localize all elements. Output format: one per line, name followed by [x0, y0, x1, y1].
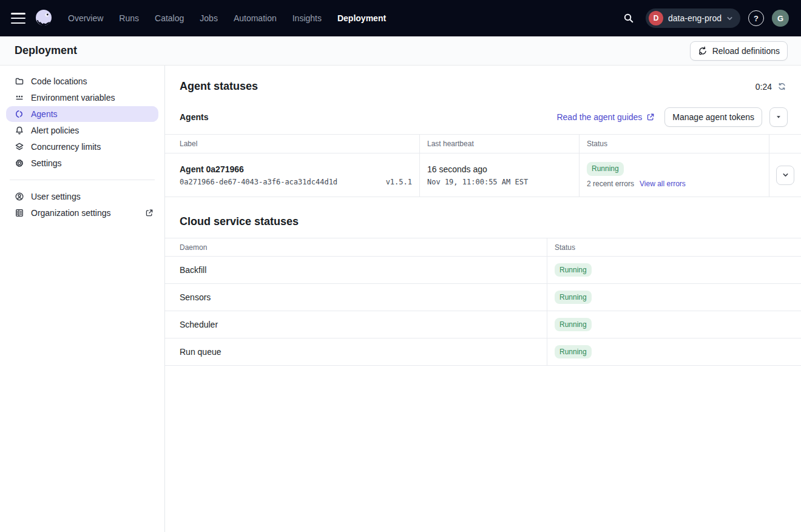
- folder-icon: [15, 76, 24, 86]
- organization-icon: [15, 208, 24, 218]
- layers-icon: [15, 142, 24, 152]
- sidebar-item-label: Settings: [31, 158, 62, 168]
- agent-id: 0a271966-de67-4043-a3f6-aca31dc44d1d: [180, 178, 337, 186]
- heartbeat-timestamp: Nov 19, 11:00:55 AM EST: [427, 178, 579, 186]
- chevron-down-icon: [782, 172, 789, 178]
- gear-icon: [15, 158, 24, 168]
- column-header-daemon: Daemon: [165, 238, 547, 256]
- heartbeat-relative: 16 seconds ago: [427, 164, 579, 174]
- agent-row: Agent 0a271966 0a271966-de67-4043-a3f6-a…: [165, 153, 801, 197]
- guides-link-label: Read the agent guides: [556, 112, 642, 122]
- agent-statuses-title: Agent statuses: [180, 80, 258, 93]
- reload-icon: [698, 46, 708, 56]
- page-header: Deployment Reload definitions: [0, 36, 801, 66]
- manage-agent-tokens-button[interactable]: Manage agent tokens: [664, 107, 762, 127]
- caret-down-icon: [776, 114, 782, 120]
- nav-item-jobs[interactable]: Jobs: [200, 13, 218, 23]
- cloud-table-header: Daemon Status: [165, 238, 801, 257]
- dagster-logo[interactable]: [33, 7, 55, 29]
- top-nav: Overview Runs Catalog Jobs Automation In…: [0, 0, 801, 36]
- cloud-services-table: Daemon Status Backfill Running Sensors R…: [165, 238, 801, 366]
- avatar-initial: G: [777, 14, 783, 23]
- sidebar-item-label: User settings: [31, 192, 81, 201]
- sidebar-item-alert-policies[interactable]: Alert policies: [6, 123, 158, 138]
- variables-icon: [15, 93, 24, 103]
- help-button[interactable]: ?: [748, 10, 764, 26]
- daemon-name: Backfill: [165, 257, 547, 283]
- sidebar-item-label: Organization settings: [31, 208, 111, 218]
- nav-item-insights[interactable]: Insights: [292, 13, 322, 23]
- daemon-row-scheduler: Scheduler Running: [165, 311, 801, 338]
- status-badge: Running: [587, 162, 624, 175]
- page-title: Deployment: [15, 44, 77, 57]
- refresh-countdown: 0:24: [755, 82, 772, 92]
- chevron-down-icon: [726, 15, 733, 22]
- recent-errors-text: 2 recent errors: [587, 180, 634, 188]
- external-link-icon: [646, 113, 655, 121]
- octopus-logo-icon: [33, 7, 55, 29]
- main-content: Agent statuses 0:24 Agents Read the agen…: [165, 66, 801, 532]
- manage-agent-tokens-label: Manage agent tokens: [672, 112, 754, 122]
- sidebar-item-label: Environment variables: [31, 93, 115, 103]
- sidebar-item-label: Alert policies: [31, 126, 79, 135]
- agent-row-expand-button[interactable]: [776, 166, 794, 185]
- nav-item-runs[interactable]: Runs: [119, 13, 139, 23]
- status-badge: Running: [555, 318, 592, 331]
- main-nav: Overview Runs Catalog Jobs Automation In…: [68, 13, 386, 23]
- sidebar-item-agents[interactable]: Agents: [6, 106, 158, 122]
- refresh-icon[interactable]: [777, 82, 786, 91]
- reload-definitions-label: Reload definitions: [712, 46, 780, 56]
- agent-name: Agent 0a271966: [180, 164, 419, 174]
- sidebar-item-label: Agents: [31, 109, 58, 119]
- nav-item-catalog[interactable]: Catalog: [155, 13, 184, 23]
- refresh-timer: 0:24: [755, 82, 786, 92]
- agents-more-actions-button[interactable]: [769, 107, 788, 127]
- nav-item-deployment[interactable]: Deployment: [337, 13, 386, 23]
- column-header-heartbeat: Last heartbeat: [420, 135, 580, 153]
- nav-item-overview[interactable]: Overview: [68, 13, 103, 23]
- daemon-row-sensors: Sensors Running: [165, 284, 801, 311]
- sidebar-divider: [10, 180, 155, 180]
- column-header-label: Label: [165, 135, 420, 153]
- agent-version: v1.5.1: [386, 178, 412, 186]
- deployment-initial-badge: D: [649, 11, 663, 25]
- sidebar-item-organization-settings[interactable]: Organization settings: [6, 205, 158, 221]
- user-avatar[interactable]: G: [772, 10, 789, 27]
- view-all-errors-link[interactable]: View all errors: [640, 180, 686, 188]
- daemon-name: Scheduler: [165, 311, 547, 338]
- sidebar-item-settings[interactable]: Settings: [6, 155, 158, 171]
- agents-table-header: Label Last heartbeat Status: [165, 135, 801, 153]
- deployment-switcher[interactable]: D data-eng-prod: [646, 8, 740, 28]
- external-link-icon: [145, 209, 154, 217]
- column-header-status: Status: [547, 238, 801, 256]
- sidebar-item-concurrency-limits[interactable]: Concurrency limits: [6, 139, 158, 155]
- search-icon: [623, 13, 634, 24]
- deployment-name: data-eng-prod: [668, 13, 722, 23]
- column-header-status: Status: [580, 135, 769, 153]
- user-circle-icon: [15, 192, 24, 201]
- daemon-name: Run queue: [165, 338, 547, 365]
- status-badge: Running: [555, 263, 592, 277]
- question-mark-icon: ?: [754, 14, 759, 23]
- agents-section-label: Agents: [180, 112, 208, 122]
- nav-item-automation[interactable]: Automation: [234, 13, 277, 23]
- sidebar-item-code-locations[interactable]: Code locations: [6, 73, 158, 89]
- daemon-name: Sensors: [165, 284, 547, 311]
- deployment-sidebar: Code locations Environment variables A: [0, 66, 165, 532]
- reload-definitions-button[interactable]: Reload definitions: [690, 41, 788, 61]
- search-button[interactable]: [620, 9, 638, 27]
- read-agent-guides-link[interactable]: Read the agent guides: [556, 112, 655, 122]
- cloud-service-statuses-title: Cloud service statuses: [165, 197, 801, 238]
- status-badge: Running: [555, 345, 592, 359]
- sidebar-item-label: Code locations: [31, 76, 87, 86]
- hamburger-menu-icon[interactable]: [11, 13, 25, 24]
- agents-table: Label Last heartbeat Status Agent 0a2719…: [165, 134, 801, 197]
- bell-icon: [15, 126, 24, 135]
- sidebar-item-environment-variables[interactable]: Environment variables: [6, 90, 158, 106]
- status-badge: Running: [555, 291, 592, 304]
- daemon-row-run-queue: Run queue Running: [165, 338, 801, 366]
- agent-icon: [15, 109, 24, 119]
- sidebar-item-label: Concurrency limits: [31, 142, 101, 152]
- daemon-row-backfill: Backfill Running: [165, 257, 801, 284]
- sidebar-item-user-settings[interactable]: User settings: [6, 189, 158, 204]
